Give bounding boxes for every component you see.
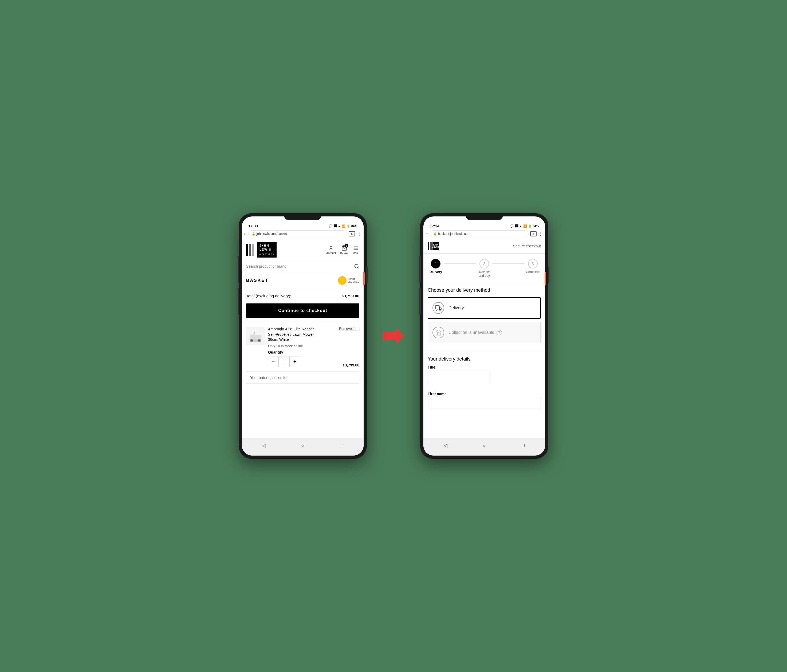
browser-tabs-btn-1[interactable]: 5 bbox=[349, 231, 355, 237]
basket-item-row: Ambrogio 4.36 Elite Robotic Self-Propell… bbox=[242, 322, 363, 371]
recents-btn-2[interactable]: □ bbox=[518, 441, 528, 450]
step-2-label: Review and pay bbox=[476, 270, 493, 278]
wifi-icon-2: ▲ bbox=[519, 224, 522, 228]
mower-svg bbox=[248, 329, 264, 343]
qty-price-row: − 1 + £3,799.00 bbox=[268, 355, 359, 367]
basket-nav-label: Basket bbox=[340, 252, 348, 255]
svg-point-16 bbox=[436, 309, 437, 311]
status-icons-1: 💬 🅿 ▲ 📶 🔋 84% bbox=[329, 224, 357, 228]
vpn-icon: 🅿 bbox=[334, 224, 337, 228]
progress-steps: 1 Delivery 2 Review and pay 3 bbox=[424, 254, 545, 282]
menu-nav-label: Menu bbox=[352, 252, 359, 255]
phone-notch-1 bbox=[284, 213, 321, 220]
total-value: £3,799.00 bbox=[341, 293, 359, 298]
step-1-label: Delivery bbox=[430, 270, 442, 274]
checkout-header: J●HNLEWIS Secure checkout bbox=[424, 239, 545, 254]
home-btn-2[interactable]: ○ bbox=[479, 441, 489, 450]
jl-bar-3 bbox=[252, 244, 254, 256]
back-btn-1[interactable]: ◁ bbox=[259, 441, 269, 450]
delivery-details-title: Your delivery details bbox=[428, 356, 541, 362]
svg-point-11 bbox=[251, 340, 253, 341]
status-time-1: 17:33 bbox=[248, 224, 258, 228]
checkout-button[interactable]: Continue to checkout bbox=[246, 303, 359, 318]
delivery-method-section: Choose your delivery method Delivery bbox=[424, 282, 545, 352]
phone-1: 17:33 💬 🅿 ▲ 📶 🔋 84% ⌂ 🔒 johnlewis.com/ba… bbox=[239, 213, 367, 459]
checkout-page-content: J●HNLEWIS Secure checkout 1 Delivery bbox=[424, 239, 545, 438]
first-name-input[interactable] bbox=[428, 398, 541, 410]
delivery-option-label: Delivery bbox=[449, 306, 464, 311]
phone-inner-2: 17:34 💬 🅿 ▲ 📶 🔋 84% ⌂ 🔒 heckout.johnlewi… bbox=[424, 216, 545, 456]
collection-store-icon bbox=[433, 327, 444, 338]
checkout-jl-logo: J●HNLEWIS bbox=[428, 242, 439, 250]
step-line-2 bbox=[492, 263, 525, 264]
phone-2: 17:34 💬 🅿 ▲ 📶 🔋 84% ⌂ 🔒 heckout.johnlewi… bbox=[420, 213, 548, 459]
wifi-icon: ▲ bbox=[338, 224, 341, 228]
whatsapp-icon: 💬 bbox=[329, 224, 333, 228]
browser-tabs-btn-2[interactable]: 5 bbox=[530, 231, 537, 237]
url-bar-1[interactable]: 🔒 johnlewis.com/basket bbox=[248, 230, 347, 237]
recents-btn-1[interactable]: □ bbox=[337, 441, 346, 450]
account-nav-item[interactable]: Account bbox=[326, 245, 336, 255]
delivery-method-title: Choose your delivery method bbox=[428, 287, 541, 293]
svg-rect-15 bbox=[435, 306, 439, 309]
question-mark-icon[interactable]: ? bbox=[496, 330, 502, 335]
qty-plus-btn[interactable]: + bbox=[289, 357, 300, 367]
title-field-label: Title bbox=[428, 365, 541, 369]
collection-unavailable-row: Collection is unavailable ? bbox=[449, 330, 502, 335]
svg-point-5 bbox=[355, 265, 358, 268]
browser-more-btn-2[interactable]: ⋮ bbox=[538, 231, 543, 237]
jl-bar-2 bbox=[249, 244, 251, 256]
lock-icon-1: 🔒 bbox=[252, 232, 256, 236]
collection-option[interactable]: Collection is unavailable ? bbox=[428, 322, 541, 343]
search-bar bbox=[242, 261, 363, 272]
search-input[interactable] bbox=[246, 264, 352, 268]
step-review: 2 Review and pay bbox=[476, 259, 493, 278]
checkout-bar-1 bbox=[428, 242, 429, 250]
remove-item-link[interactable]: Remove item bbox=[339, 327, 359, 331]
jl-brand-name: J●HNLEWIS& PARTNERS bbox=[259, 244, 274, 256]
norton-icon: ✓ bbox=[338, 276, 346, 285]
phone-notch-2 bbox=[466, 213, 503, 220]
checkout-bar-3: J●HNLEWIS bbox=[433, 242, 439, 250]
search-icon bbox=[354, 264, 359, 269]
svg-point-12 bbox=[258, 340, 260, 341]
status-time-2: 17:34 bbox=[430, 224, 439, 228]
checkout-bar-2 bbox=[430, 242, 432, 250]
whatsapp-icon-2: 💬 bbox=[510, 224, 514, 228]
browser-more-btn-1[interactable]: ⋮ bbox=[357, 231, 362, 237]
signal-icon: 📶 bbox=[342, 224, 345, 228]
scene: 17:33 💬 🅿 ▲ 📶 🔋 84% ⌂ 🔒 johnlewis.com/ba… bbox=[239, 213, 548, 459]
home-btn-1[interactable]: ○ bbox=[298, 441, 308, 450]
title-input[interactable] bbox=[428, 371, 490, 383]
delivery-truck-icon bbox=[433, 302, 444, 314]
delivery-option[interactable]: Delivery bbox=[428, 297, 541, 319]
phone-accent-2 bbox=[545, 272, 546, 285]
battery-icon: 🔋 bbox=[346, 224, 350, 228]
qty-minus-btn[interactable]: − bbox=[268, 357, 279, 367]
flow-arrow bbox=[383, 328, 404, 344]
item-details: Ambrogio 4.36 Elite Robotic Self-Propell… bbox=[268, 327, 359, 367]
item-price: £3,799.00 bbox=[343, 363, 359, 367]
norton-badge: ✓ Norton SECURED bbox=[338, 276, 359, 285]
item-name: Ambrogio 4.36 Elite Robotic Self-Propell… bbox=[268, 327, 321, 342]
basket-title: BASKET bbox=[246, 278, 269, 283]
step-3-label: Complete bbox=[526, 270, 539, 274]
qty-value: 1 bbox=[279, 357, 289, 367]
menu-nav-item[interactable]: Menu bbox=[352, 245, 359, 255]
svg-point-0 bbox=[330, 246, 332, 248]
svg-line-6 bbox=[358, 267, 359, 268]
browser-home-btn-2[interactable]: ⌂ bbox=[425, 231, 428, 236]
battery-percent-2: 84% bbox=[533, 224, 539, 228]
back-btn-2[interactable]: ◁ bbox=[441, 441, 450, 450]
step-2-circle: 2 bbox=[479, 259, 489, 268]
url-text-2: heckout.johnlewis.com bbox=[438, 232, 470, 236]
first-name-field-label: First name bbox=[428, 392, 541, 396]
truck-svg bbox=[435, 305, 442, 311]
jl-bars bbox=[246, 244, 254, 256]
url-bar-2[interactable]: 🔒 heckout.johnlewis.com bbox=[430, 230, 529, 237]
browser-home-btn-1[interactable]: ⌂ bbox=[244, 231, 247, 236]
jl-logo: J●HNLEWIS& PARTNERS bbox=[246, 242, 277, 257]
item-image bbox=[246, 327, 265, 345]
quantity-label: Quantity bbox=[268, 350, 359, 355]
basket-nav-item[interactable]: 1 Basket bbox=[340, 245, 348, 255]
